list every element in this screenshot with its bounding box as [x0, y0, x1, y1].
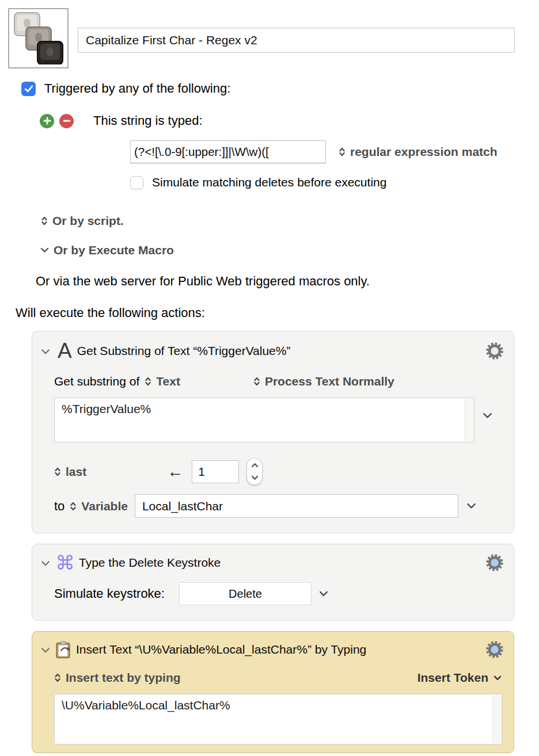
substring-range-row: last ←	[54, 458, 514, 485]
simulate-deletes-checkbox[interactable]	[130, 176, 143, 189]
substring-source-selector[interactable]: Text	[145, 375, 180, 388]
get-substring-of-label: Get substring of	[54, 375, 139, 388]
text-processing-selector[interactable]: Process Text Normally	[253, 375, 394, 388]
up-down-icon	[70, 501, 77, 511]
action-header: A Get Substring of Text “%TriggerValue%”	[32, 331, 514, 361]
action-get-substring[interactable]: A Get Substring of Text “%TriggerValue%”…	[32, 331, 514, 533]
insert-mode-row: Insert text by typing Insert Token	[54, 671, 502, 685]
simulate-keystroke-row: Simulate keystroke: Delete	[54, 582, 514, 605]
simulate-keystroke-label: Simulate keystroke:	[54, 586, 165, 601]
range-selector-label: last	[66, 465, 86, 479]
up-down-icon	[145, 376, 151, 387]
command-key-icon: ⌘	[55, 553, 75, 572]
chevron-down-icon	[494, 675, 502, 681]
minus-icon	[63, 117, 71, 125]
text-action-icon: A	[58, 340, 72, 361]
action-insert-text[interactable]: Insert Text “\U%Variable%Local_lastChar%…	[32, 631, 514, 753]
keystroke-value: Delete	[229, 587, 262, 601]
chevron-up-icon	[251, 463, 259, 468]
substring-text-row: %TriggerValue%	[54, 398, 514, 442]
substring-source-label: Text	[156, 375, 180, 388]
insert-token-menu[interactable]: Insert Token	[417, 671, 502, 685]
count-input[interactable]	[192, 460, 239, 483]
or-by-execute-macro-label: Or by Execute Macro	[54, 243, 174, 257]
simulate-deletes-label: Simulate matching deletes before executi…	[152, 175, 386, 189]
clipboard-paste-icon	[55, 641, 71, 659]
triggered-enabled-checkbox[interactable]	[21, 82, 36, 96]
up-down-icon	[253, 376, 260, 387]
chevron-down-icon[interactable]	[483, 413, 492, 419]
action-header: Insert Text “\U%Variable%Local_lastChar%…	[32, 632, 514, 659]
or-by-script-label: Or by script.	[52, 214, 124, 228]
destination-selector-label: Variable	[81, 499, 128, 513]
action-type-delete-keystroke[interactable]: ⌘ Type the Delete Keystroke Simulate key…	[32, 544, 514, 621]
variable-name-input[interactable]	[135, 494, 458, 518]
macro-icon-button[interactable]	[8, 8, 69, 68]
chevron-down-icon[interactable]	[41, 647, 50, 654]
actions-section-label: Will execute the following actions:	[16, 306, 539, 320]
insert-mode-selector[interactable]: Insert text by typing	[54, 671, 181, 685]
remove-trigger-button[interactable]	[59, 114, 74, 128]
web-server-note: Or via the web server for Public Web tri…	[36, 274, 539, 289]
string-trigger-label: This string is typed:	[93, 113, 203, 128]
or-by-script-row: Or by script.	[41, 214, 539, 228]
action-header: ⌘ Type the Delete Keystroke	[32, 544, 514, 572]
gear-icon[interactable]	[485, 640, 504, 659]
up-down-icon	[41, 216, 48, 226]
insert-text-row: \U%Variable%Local_lastChar%	[54, 694, 514, 744]
action-title: Get Substring of Text “%TriggerValue%”	[77, 344, 291, 358]
gear-icon[interactable]	[485, 342, 504, 360]
plus-icon	[43, 117, 51, 125]
macro-title-input[interactable]	[78, 28, 515, 53]
chevron-down-icon[interactable]	[466, 503, 476, 509]
insert-textbox: \U%Variable%Local_lastChar%	[54, 694, 502, 744]
or-by-execute-macro-disclosure[interactable]: Or by Execute Macro	[40, 243, 174, 257]
up-down-icon	[54, 467, 61, 477]
text-processing-label: Process Text Normally	[265, 375, 394, 388]
up-down-icon	[339, 147, 346, 157]
substring-source-text[interactable]: %TriggerValue%	[54, 398, 475, 442]
trigger-section-header: Triggered by any of the following:	[21, 81, 539, 96]
action-title: Insert Text “\U%Variable%Local_lastChar%…	[76, 643, 366, 656]
range-selector[interactable]: last	[54, 465, 86, 479]
check-icon	[24, 85, 33, 93]
action-title: Type the Delete Keystroke	[79, 556, 221, 570]
to-label: to	[54, 499, 64, 514]
typed-string-input[interactable]	[130, 140, 326, 163]
trigger-section-label: Triggered by any of the following:	[44, 81, 230, 96]
insert-token-label: Insert Token	[417, 671, 488, 685]
keyboard-keys-macro-icon	[13, 11, 64, 66]
keyboard-maestro-macro-editor: Triggered by any of the following: This …	[0, 8, 539, 756]
destination-selector[interactable]: Variable	[70, 499, 128, 513]
count-stepper[interactable]	[246, 458, 263, 485]
substring-source-textbox: %TriggerValue%	[54, 398, 475, 442]
gear-icon[interactable]	[485, 553, 504, 572]
up-down-icon	[54, 673, 61, 683]
scrollbar[interactable]	[492, 695, 501, 743]
substring-destination-row: to Variable	[54, 494, 514, 518]
scrollbar[interactable]	[465, 399, 473, 441]
or-by-script-selector[interactable]: Or by script.	[41, 214, 124, 228]
insert-text-value[interactable]: \U%Variable%Local_lastChar%	[54, 694, 502, 744]
chevron-down-icon[interactable]	[41, 560, 50, 567]
insert-mode-label: Insert text by typing	[66, 671, 181, 685]
typed-string-row: regular expression match	[130, 140, 539, 163]
chevron-down-icon	[40, 247, 49, 253]
keystroke-field[interactable]: Delete	[179, 582, 312, 605]
chevron-down-icon	[251, 475, 259, 480]
substring-options-row: Get substring of Text Process Text Norma…	[54, 375, 514, 388]
match-mode-selector[interactable]: regular expression match	[339, 145, 498, 159]
add-trigger-button[interactable]	[40, 114, 54, 128]
match-mode-label: regular expression match	[350, 145, 498, 159]
chevron-down-icon[interactable]	[41, 349, 50, 355]
left-arrow-icon: ←	[167, 464, 183, 480]
or-by-execute-macro-row: Or by Execute Macro	[40, 243, 539, 257]
macro-header	[8, 8, 515, 68]
chevron-down-icon[interactable]	[319, 591, 328, 597]
simulate-deletes-row: Simulate matching deletes before executi…	[130, 175, 539, 189]
string-trigger-row: This string is typed:	[40, 113, 539, 128]
